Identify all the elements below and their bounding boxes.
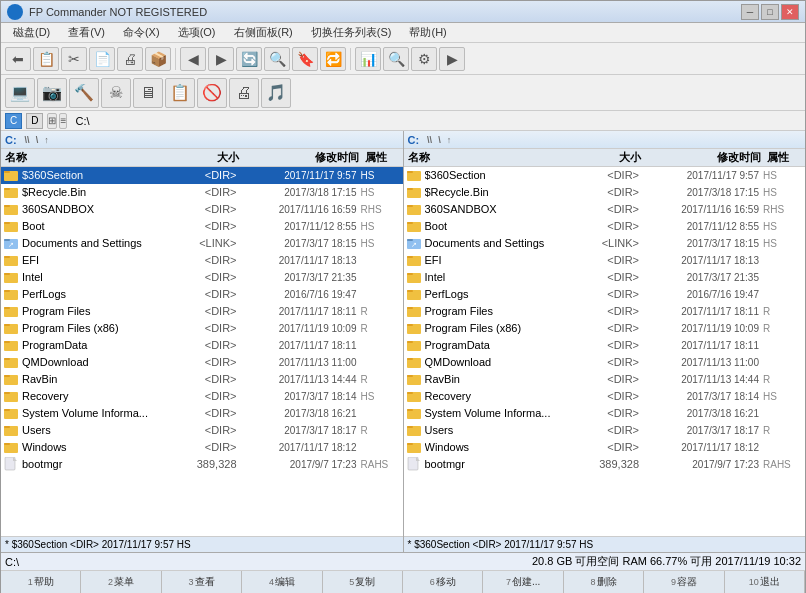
table-row[interactable]: Windows<DIR>2017/11/17 18:12 xyxy=(404,439,806,456)
table-row[interactable]: EFI<DIR>2017/11/17 18:13 xyxy=(404,252,806,269)
menu-disk[interactable]: 磁盘(D) xyxy=(5,23,58,42)
left-col-date[interactable]: 修改时间 xyxy=(243,150,363,165)
menu-right-panel[interactable]: 右侧面板(R) xyxy=(226,23,301,42)
table-row[interactable]: $Recycle.Bin<DIR>2017/3/18 17:15HS xyxy=(1,184,403,201)
left-nav-root[interactable]: \ xyxy=(34,135,41,145)
table-row[interactable]: Program Files<DIR>2017/11/17 18:11R xyxy=(404,303,806,320)
fn-key-7[interactable]: 7创建... xyxy=(483,571,563,593)
table-row[interactable]: ↗Documents and Settings<LINK>2017/3/17 1… xyxy=(404,235,806,252)
tb-refresh[interactable]: 🔄 xyxy=(236,47,262,71)
tb-new[interactable]: 📄 xyxy=(89,47,115,71)
table-row[interactable]: Boot<DIR>2017/11/12 8:55HS xyxy=(404,218,806,235)
table-row[interactable]: Intel<DIR>2017/3/17 21:35 xyxy=(1,269,403,286)
tb2-clipboard[interactable]: 📋 xyxy=(165,78,195,108)
table-row[interactable]: 360SANDBOX<DIR>2017/11/16 16:59RHS xyxy=(404,201,806,218)
table-row[interactable]: Program Files<DIR>2017/11/17 18:11R xyxy=(1,303,403,320)
fn-key-1[interactable]: 1帮助 xyxy=(1,571,81,593)
table-row[interactable]: $360Section<DIR>2017/11/17 9:57HS xyxy=(404,167,806,184)
tb-search[interactable]: 🔍 xyxy=(264,47,290,71)
tb2-build[interactable]: 🔨 xyxy=(69,78,99,108)
fn-key-2[interactable]: 2菜单 xyxy=(81,571,161,593)
tb-copy[interactable]: 📋 xyxy=(33,47,59,71)
table-row[interactable]: Users<DIR>2017/3/17 18:17R xyxy=(404,422,806,439)
tb-find[interactable]: 🔍 xyxy=(383,47,409,71)
left-file-list[interactable]: $360Section<DIR>2017/11/17 9:57HS$Recycl… xyxy=(1,167,403,536)
tb-print[interactable]: 🖨 xyxy=(117,47,143,71)
table-row[interactable]: bootmgr389,3282017/9/7 17:23RAHS xyxy=(404,456,806,473)
tb-back[interactable]: ⬅ xyxy=(5,47,31,71)
tb-settings[interactable]: ⚙ xyxy=(411,47,437,71)
tb2-print2[interactable]: 🖨 xyxy=(229,78,259,108)
tb2-skull[interactable]: ☠ xyxy=(101,78,131,108)
left-nav-up[interactable]: ↑ xyxy=(42,135,51,145)
tb-terminal[interactable]: ▶ xyxy=(439,47,465,71)
table-row[interactable]: System Volume Informa...<DIR>2017/3/18 1… xyxy=(1,405,403,422)
view-list-btn[interactable]: ≡ xyxy=(59,113,67,129)
right-col-name[interactable]: 名称 xyxy=(404,150,576,165)
table-row[interactable]: RavBin<DIR>2017/11/13 14:44R xyxy=(404,371,806,388)
menu-command[interactable]: 命令(X) xyxy=(115,23,168,42)
table-row[interactable]: 360SANDBOX<DIR>2017/11/16 16:59RHS xyxy=(1,201,403,218)
tb-bookmark[interactable]: 🔖 xyxy=(292,47,318,71)
table-row[interactable]: Recovery<DIR>2017/3/17 18:14HS xyxy=(404,388,806,405)
left-col-name[interactable]: 名称 xyxy=(1,150,173,165)
drive-c-btn[interactable]: C xyxy=(5,113,22,129)
right-col-date[interactable]: 修改时间 xyxy=(645,150,765,165)
table-row[interactable]: RavBin<DIR>2017/11/13 14:44R xyxy=(1,371,403,388)
fn-key-5[interactable]: 5复制 xyxy=(323,571,403,593)
fn-key-10[interactable]: 10退出 xyxy=(725,571,805,593)
menu-task-switch[interactable]: 切换任务列表(S) xyxy=(303,23,400,42)
drive-d-btn[interactable]: D xyxy=(26,113,43,129)
table-row[interactable]: ↗Documents and Settings<LINK>2017/3/17 1… xyxy=(1,235,403,252)
fn-key-8[interactable]: 8删除 xyxy=(564,571,644,593)
table-row[interactable]: Program Files (x86)<DIR>2017/11/19 10:09… xyxy=(1,320,403,337)
tb2-music[interactable]: 🎵 xyxy=(261,78,291,108)
minimize-button[interactable]: ─ xyxy=(741,4,759,20)
table-row[interactable]: EFI<DIR>2017/11/17 18:13 xyxy=(1,252,403,269)
right-nav-unc[interactable]: \\ xyxy=(425,135,434,145)
table-row[interactable]: $Recycle.Bin<DIR>2017/3/18 17:15HS xyxy=(404,184,806,201)
table-row[interactable]: Intel<DIR>2017/3/17 21:35 xyxy=(404,269,806,286)
maximize-button[interactable]: □ xyxy=(761,4,779,20)
tb2-screen[interactable]: 🖥 xyxy=(133,78,163,108)
table-row[interactable]: PerfLogs<DIR>2016/7/16 19:47 xyxy=(1,286,403,303)
menu-help[interactable]: 帮助(H) xyxy=(401,23,454,42)
table-row[interactable]: Windows<DIR>2017/11/17 18:12 xyxy=(1,439,403,456)
left-nav-unc[interactable]: \\ xyxy=(23,135,32,145)
table-row[interactable]: PerfLogs<DIR>2016/7/16 19:47 xyxy=(404,286,806,303)
left-col-attr[interactable]: 属性 xyxy=(363,150,403,165)
table-row[interactable]: System Volume Informa...<DIR>2017/3/18 1… xyxy=(404,405,806,422)
table-row[interactable]: ProgramData<DIR>2017/11/17 18:11 xyxy=(1,337,403,354)
table-row[interactable]: Program Files (x86)<DIR>2017/11/19 10:09… xyxy=(404,320,806,337)
table-row[interactable]: QMDownload<DIR>2017/11/13 11:00 xyxy=(1,354,403,371)
menu-view[interactable]: 查看(V) xyxy=(60,23,113,42)
right-nav-root[interactable]: \ xyxy=(436,135,443,145)
table-row[interactable]: QMDownload<DIR>2017/11/13 11:00 xyxy=(404,354,806,371)
table-row[interactable]: Users<DIR>2017/3/17 18:17R xyxy=(1,422,403,439)
view-icons-btn[interactable]: ⊞ xyxy=(47,113,57,129)
tb-archive[interactable]: 📦 xyxy=(145,47,171,71)
tb-view[interactable]: 📊 xyxy=(355,47,381,71)
tb-nav-fwd[interactable]: ▶ xyxy=(208,47,234,71)
table-row[interactable]: ProgramData<DIR>2017/11/17 18:11 xyxy=(404,337,806,354)
table-row[interactable]: Recovery<DIR>2017/3/17 18:14HS xyxy=(1,388,403,405)
fn-key-6[interactable]: 6移动 xyxy=(403,571,483,593)
table-row[interactable]: $360Section<DIR>2017/11/17 9:57HS xyxy=(1,167,403,184)
tb2-block[interactable]: 🚫 xyxy=(197,78,227,108)
right-file-list[interactable]: $360Section<DIR>2017/11/17 9:57HS$Recycl… xyxy=(404,167,806,536)
fn-key-3[interactable]: 3查看 xyxy=(162,571,242,593)
left-col-size[interactable]: 大小 xyxy=(173,150,243,165)
tb2-photo[interactable]: 📷 xyxy=(37,78,67,108)
right-col-attr[interactable]: 属性 xyxy=(765,150,805,165)
right-col-size[interactable]: 大小 xyxy=(575,150,645,165)
tb-cut[interactable]: ✂ xyxy=(61,47,87,71)
tb-sync[interactable]: 🔁 xyxy=(320,47,346,71)
table-row[interactable]: Boot<DIR>2017/11/12 8:55HS xyxy=(1,218,403,235)
tb2-computer[interactable]: 💻 xyxy=(5,78,35,108)
menu-options[interactable]: 选项(O) xyxy=(170,23,224,42)
fn-key-4[interactable]: 4编辑 xyxy=(242,571,322,593)
fn-key-9[interactable]: 9容器 xyxy=(644,571,724,593)
right-nav-up[interactable]: ↑ xyxy=(445,135,454,145)
table-row[interactable]: bootmgr389,3282017/9/7 17:23RAHS xyxy=(1,456,403,473)
close-button[interactable]: ✕ xyxy=(781,4,799,20)
